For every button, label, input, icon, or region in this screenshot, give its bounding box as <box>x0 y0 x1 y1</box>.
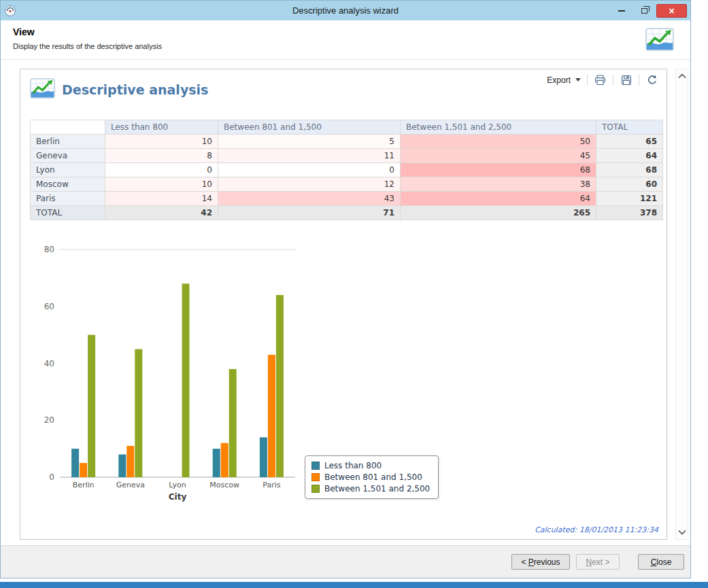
window-title: Descriptive analysis wizard <box>1 5 690 16</box>
row-label: Geneva <box>31 149 105 163</box>
total-cell: 65 <box>596 135 663 149</box>
value-cell: 38 <box>401 177 596 192</box>
refresh-icon <box>647 75 658 86</box>
value-cell: 50 <box>401 135 596 149</box>
restore-icon <box>641 8 647 14</box>
total-cell: 121 <box>596 192 663 206</box>
save-button[interactable] <box>620 74 633 86</box>
x-category-label: Geneva <box>116 481 145 489</box>
y-tick-label: 40 <box>44 359 54 368</box>
app-icon <box>4 5 16 17</box>
legend-entry: Less than 800 <box>311 461 430 470</box>
value-cell: 71 <box>218 206 401 220</box>
title-bar[interactable]: Descriptive analysis wizard × <box>1 1 690 20</box>
bottom-blue-strip <box>0 582 708 588</box>
results-table: Less than 800Between 801 and 1,500Betwee… <box>30 120 663 220</box>
bar-Paris-s1 <box>268 355 275 477</box>
row-label: Lyon <box>31 163 105 177</box>
chevron-up-icon <box>678 73 686 79</box>
scroll-up-button[interactable] <box>676 70 688 82</box>
button-accesskey: N <box>586 557 592 567</box>
value-cell: 265 <box>401 206 596 220</box>
row-label: TOTAL <box>31 206 105 220</box>
floppy-disk-icon <box>621 75 632 86</box>
export-label: Export <box>547 75 571 85</box>
value-cell: 45 <box>401 149 596 163</box>
minimize-button[interactable] <box>611 4 632 18</box>
wizard-window: Descriptive analysis wizard × View Displ… <box>0 0 691 578</box>
legend-swatch <box>311 462 320 470</box>
vertical-scrollbar[interactable] <box>675 69 688 540</box>
table-row: Berlin1055065 <box>31 135 663 149</box>
print-button[interactable] <box>594 74 607 86</box>
x-category-label: Paris <box>263 481 280 489</box>
row-label: Moscow <box>31 177 105 192</box>
close-button[interactable]: Close <box>638 554 684 570</box>
value-cell: 14 <box>105 192 218 206</box>
refresh-button[interactable] <box>645 74 658 86</box>
bar-Geneva-s2 <box>135 349 142 477</box>
legend-swatch <box>311 473 320 481</box>
value-cell: 0 <box>218 163 401 177</box>
table-column-header: Between 801 and 1,500 <box>218 120 401 135</box>
button-accesskey: P <box>528 557 534 567</box>
results-toolbar: Export <box>547 74 658 86</box>
table-row: Paris144364121 <box>31 192 663 206</box>
caret-down-icon <box>575 78 581 82</box>
next-button[interactable]: Next > <box>576 554 620 570</box>
maximize-button[interactable] <box>634 4 654 18</box>
table-row: Moscow10123860 <box>31 177 663 192</box>
scroll-down-button[interactable] <box>676 526 688 538</box>
results-panel: Export <box>20 69 667 540</box>
table-header-row: Less than 800Between 801 and 1,500Betwee… <box>31 120 663 135</box>
y-tick-label: 0 <box>49 472 54 482</box>
export-button[interactable]: Export <box>547 75 581 85</box>
legend-label: Between 801 and 1,500 <box>324 472 422 482</box>
legend-label: Less than 800 <box>324 461 382 470</box>
bar-Paris-s2 <box>276 295 284 477</box>
button-label-part: lose <box>656 557 671 567</box>
value-cell: 10 <box>105 177 218 192</box>
row-label: Paris <box>31 192 105 206</box>
button-label-part: < <box>521 557 528 567</box>
table-column-header: Less than 800 <box>105 120 218 135</box>
y-tick-label: 60 <box>44 302 54 311</box>
bar-Berlin-s1 <box>80 463 87 477</box>
calculated-timestamp: Calculated: 18/01/2013 11:23:34 <box>535 525 658 534</box>
button-label-part: revious <box>534 557 560 567</box>
close-window-button[interactable]: × <box>656 4 687 18</box>
toolbar-separator <box>613 74 613 86</box>
panel-heading-row: Descriptive analysis <box>30 78 208 101</box>
value-cell: 12 <box>218 177 401 192</box>
table-row: Lyon006868 <box>31 163 663 177</box>
total-cell: 60 <box>596 177 663 192</box>
bar-Paris-s0 <box>260 437 267 477</box>
chart-step-icon <box>645 27 674 54</box>
table-corner-cell <box>31 120 105 135</box>
close-icon: × <box>669 5 674 16</box>
step-subtitle: Display the results of the descriptive a… <box>13 42 162 50</box>
wizard-footer: < Previous Next > Close <box>1 545 690 578</box>
toolbar-separator <box>587 74 588 86</box>
wizard-body: Export <box>1 60 690 545</box>
x-category-label: Moscow <box>209 481 239 489</box>
bar-Lyon-s2 <box>182 283 190 477</box>
minimize-icon <box>618 10 625 12</box>
panel-title: Descriptive analysis <box>62 82 208 97</box>
table-row: Geneva8114564 <box>31 149 663 163</box>
bar-Geneva-s1 <box>127 446 134 477</box>
previous-button[interactable]: < Previous <box>511 554 570 570</box>
value-cell: 0 <box>105 163 218 177</box>
value-cell: 5 <box>218 135 401 149</box>
bar-Moscow-s1 <box>221 443 229 477</box>
total-cell: 64 <box>596 149 663 163</box>
value-cell: 10 <box>105 135 218 149</box>
legend-entry: Between 1,501 and 2,500 <box>311 484 430 494</box>
step-title: View <box>13 27 35 37</box>
analysis-icon <box>30 78 55 101</box>
bar-Geneva-s0 <box>118 455 126 478</box>
table-column-header: Between 1,501 and 2,500 <box>401 120 596 135</box>
x-category-label: Berlin <box>73 481 95 489</box>
wizard-step-header: View Display the results of the descript… <box>1 20 690 60</box>
x-category-label: Lyon <box>169 481 186 489</box>
